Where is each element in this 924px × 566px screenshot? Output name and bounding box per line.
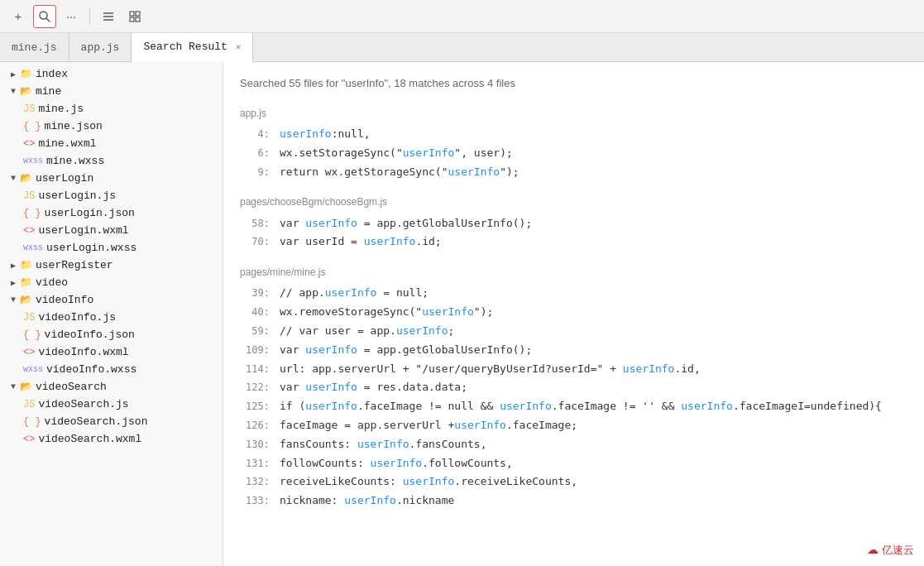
folder-icon-index: 📁 (20, 68, 32, 80)
sidebar-label-videosearch-json: videoSearch.json (45, 415, 148, 428)
sidebar-label-videoinfo-js: videoInfo.js (38, 311, 116, 324)
result-line: 70: var userId = userInfo.id; (240, 233, 907, 252)
json-icon-userlogin: { } (23, 208, 41, 219)
tab-mine-js[interactable]: mine.js (0, 33, 69, 61)
result-line: 59: // var user = app.userInfo; (240, 322, 907, 341)
add-button[interactable]: + (7, 5, 30, 28)
sidebar-item-video[interactable]: ▶ 📁 video (0, 274, 223, 291)
list-button[interactable] (97, 5, 120, 28)
svg-rect-5 (130, 12, 134, 16)
wxss-icon-videoinfo: wxss (23, 365, 43, 374)
result-file-header-appjs: app.js (240, 106, 907, 122)
sidebar-label-userregister: userRegister (36, 259, 113, 271)
sidebar-item-videoinfo-wxss[interactable]: wxss videoInfo.wxss (0, 361, 223, 378)
sidebar-label-mine-js: mine.js (38, 103, 84, 115)
sidebar-item-userlogin-wxss[interactable]: wxss userLogin.wxss (0, 239, 223, 257)
sidebar-item-videosearch-json[interactable]: { } videoSearch.json (0, 413, 223, 430)
sidebar-item-userregister[interactable]: ▶ 📁 userRegister (0, 257, 223, 274)
sidebar: ▶ 📁 index ▼ 📂 mine JS mine.js { } mine.j… (0, 62, 223, 566)
sidebar-item-videoinfo-js[interactable]: JS videoInfo.js (0, 309, 223, 326)
js-icon-mine: JS (23, 103, 35, 115)
sidebar-item-userlogin[interactable]: ▼ 📂 userLogin (0, 170, 223, 187)
wxss-icon-userlogin: wxss (23, 243, 43, 252)
sidebar-item-mine-wxss[interactable]: wxss mine.wxss (0, 152, 223, 170)
result-file-header-minejs: pages/mine/mine.js (240, 265, 907, 281)
sidebar-item-mine-wxml[interactable]: <> mine.wxml (0, 135, 223, 152)
sidebar-item-videoinfo[interactable]: ▼ 📂 videoInfo (0, 291, 223, 309)
result-line: 130: fansCounts: userInfo.fansCounts, (240, 435, 907, 454)
json-icon-videoinfo: { } (23, 329, 41, 341)
sidebar-item-mine-js[interactable]: JS mine.js (0, 100, 223, 118)
sidebar-item-mine[interactable]: ▼ 📂 mine (0, 83, 223, 100)
sidebar-item-videoinfo-json[interactable]: { } videoInfo.json (0, 326, 223, 343)
result-line: 39: // app.userInfo = null; (240, 284, 907, 303)
result-line: 133: nickname: userInfo.nickname (240, 492, 907, 511)
sidebar-label-mine-wxml: mine.wxml (38, 137, 96, 150)
result-line: 6: wx.setStorageSync("userInfo", user); (240, 144, 907, 163)
sidebar-item-videosearch-wxml[interactable]: <> videoSearch.wxml (0, 430, 223, 448)
sidebar-label-index: index (36, 68, 68, 80)
sidebar-label-userlogin-wxss: userLogin.wxss (46, 242, 136, 254)
sidebar-label-userlogin-json: userLogin.json (45, 207, 135, 219)
sidebar-item-videoinfo-wxml[interactable]: <> videoInfo.wxml (0, 343, 223, 361)
svg-rect-7 (130, 17, 134, 22)
sidebar-item-videosearch-js[interactable]: JS videoSearch.js (0, 396, 223, 413)
wxml-icon-videosearch: <> (23, 434, 35, 445)
result-line: 126: faceImage = app.serverUrl +userInfo… (240, 416, 907, 435)
sidebar-item-index[interactable]: ▶ 📁 index (0, 65, 223, 83)
sidebar-item-userlogin-js[interactable]: JS userLogin.js (0, 187, 223, 204)
sidebar-label-videoinfo-wxss: videoInfo.wxss (46, 363, 136, 376)
js-icon-videosearch: JS (23, 399, 35, 410)
sidebar-label-video: video (36, 276, 68, 289)
search-summary: Searched 55 files for "userInfo", 18 mat… (240, 75, 907, 93)
sidebar-label-videosearch-wxml: videoSearch.wxml (38, 433, 141, 445)
sidebar-label-userlogin-wxml: userLogin.wxml (38, 224, 128, 237)
result-line: 132: receiveLikeCounts: userInfo.receive… (240, 472, 907, 492)
svg-line-1 (46, 18, 50, 22)
arrow-icon-userlogin: ▼ (7, 174, 20, 183)
divider-1 (89, 8, 90, 25)
result-line: 58: var userInfo = app.getGlobalUserInfo… (240, 214, 907, 233)
sidebar-item-mine-json[interactable]: { } mine.json (0, 118, 223, 135)
sidebar-label-userlogin: userLogin (36, 172, 93, 185)
search-results-content: Searched 55 files for "userInfo", 18 mat… (223, 62, 924, 566)
sidebar-label-videosearch-js: videoSearch.js (38, 398, 128, 410)
folder-icon-userregister: 📁 (20, 259, 32, 271)
more-button[interactable]: ··· (60, 5, 83, 28)
svg-rect-8 (136, 17, 140, 22)
arrow-icon-index: ▶ (7, 70, 20, 79)
result-line: 40: wx.removeStorageSync("userInfo"); (240, 303, 907, 322)
result-line: 109: var userInfo = app.getGlobalUserInf… (240, 341, 907, 360)
js-icon-userlogin: JS (23, 190, 35, 202)
tab-search-result[interactable]: Search Result ✕ (132, 33, 253, 62)
result-file-header-choosebgm: pages/chooseBgm/chooseBgm.js (240, 194, 907, 210)
wxml-icon-userlogin: <> (23, 225, 35, 237)
tab-close-button[interactable]: ✕ (236, 41, 242, 52)
json-icon-videosearch: { } (23, 416, 41, 428)
tabbar: mine.js app.js Search Result ✕ (0, 33, 924, 62)
search-button[interactable] (33, 5, 56, 28)
sidebar-label-mine-json: mine.json (45, 120, 103, 132)
sidebar-label-videoinfo-json: videoInfo.json (45, 329, 135, 341)
list-icon (102, 10, 115, 23)
watermark: ☁ 亿速云 (867, 543, 914, 558)
sidebar-label-mine: mine (36, 85, 61, 98)
folder-icon-videoinfo: 📂 (20, 294, 32, 306)
tab-search-result-label: Search Result (143, 41, 227, 53)
sidebar-item-userlogin-json[interactable]: { } userLogin.json (0, 204, 223, 222)
result-line: 131: followCounts: userInfo.followCounts… (240, 454, 907, 473)
arrow-icon-videosearch: ▼ (7, 382, 20, 391)
sidebar-item-videosearch[interactable]: ▼ 📂 videoSearch (0, 378, 223, 396)
main-area: ▶ 📁 index ▼ 📂 mine JS mine.js { } mine.j… (0, 62, 924, 566)
folder-icon-userlogin: 📂 (20, 172, 32, 185)
sidebar-label-userlogin-js: userLogin.js (38, 189, 116, 202)
sidebar-label-videoinfo: videoInfo (36, 294, 93, 306)
layout-button[interactable] (123, 5, 146, 28)
folder-icon-videosearch: 📂 (20, 381, 32, 393)
svg-rect-6 (136, 12, 140, 16)
js-icon-videoinfo: JS (23, 312, 35, 324)
search-icon (38, 10, 51, 23)
result-line: 122: var userInfo = res.data.data; (240, 378, 907, 397)
sidebar-item-userlogin-wxml[interactable]: <> userLogin.wxml (0, 222, 223, 239)
tab-app-js[interactable]: app.js (69, 33, 132, 61)
